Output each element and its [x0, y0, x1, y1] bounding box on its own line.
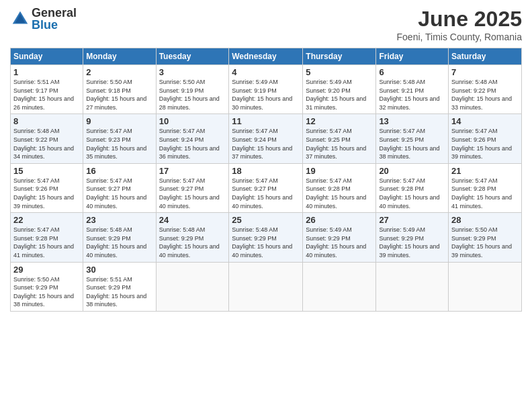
day-info: Sunrise: 5:48 AMSunset: 9:29 PMDaylight:… [232, 226, 292, 259]
day-info: Sunrise: 5:50 AMSunset: 9:29 PMDaylight:… [451, 226, 512, 259]
day-number: 8 [13, 116, 80, 126]
calendar-week-3: 15Sunrise: 5:47 AMSunset: 9:26 PMDayligh… [11, 163, 522, 212]
day-number: 2 [86, 67, 152, 77]
day-info: Sunrise: 5:47 AMSunset: 9:28 PMDaylight:… [451, 177, 512, 210]
calendar-table: Sunday Monday Tuesday Wednesday Thursday… [10, 48, 522, 312]
header-wednesday: Wednesday [229, 48, 303, 65]
title-area: June 2025 Foeni, Timis County, Romania [397, 7, 522, 42]
day-number: 26 [306, 215, 373, 225]
day-number: 6 [379, 67, 445, 77]
calendar-week-1: 1Sunrise: 5:51 AMSunset: 9:17 PMDaylight… [11, 65, 522, 114]
day-info: Sunrise: 5:47 AMSunset: 9:23 PMDaylight:… [86, 128, 146, 160]
month-title: June 2025 [397, 7, 522, 32]
day-number: 29 [13, 265, 80, 275]
day-number: 10 [159, 116, 226, 126]
header-saturday: Saturday [449, 48, 522, 65]
day-info: Sunrise: 5:47 AMSunset: 9:28 PMDaylight:… [306, 177, 366, 210]
day-info: Sunrise: 5:47 AMSunset: 9:28 PMDaylight:… [13, 226, 74, 259]
day-info: Sunrise: 5:49 AMSunset: 9:29 PMDaylight:… [379, 226, 439, 259]
day-info: Sunrise: 5:50 AMSunset: 9:18 PMDaylight:… [86, 79, 146, 111]
day-number: 19 [306, 166, 373, 176]
day-info: Sunrise: 5:47 AMSunset: 9:26 PMDaylight:… [451, 128, 512, 160]
calendar-cell: 28Sunrise: 5:50 AMSunset: 9:29 PMDayligh… [449, 213, 522, 262]
day-info: Sunrise: 5:50 AMSunset: 9:29 PMDaylight:… [13, 276, 74, 308]
header-monday: Monday [83, 48, 156, 65]
day-number: 16 [86, 166, 152, 176]
day-number: 24 [159, 215, 226, 225]
calendar-cell: 6Sunrise: 5:48 AMSunset: 9:21 PMDaylight… [376, 65, 449, 114]
header-friday: Friday [376, 48, 449, 65]
day-number: 13 [379, 116, 445, 126]
day-number: 15 [13, 166, 80, 176]
calendar-cell: 1Sunrise: 5:51 AMSunset: 9:17 PMDaylight… [11, 65, 83, 114]
calendar-cell: 30Sunrise: 5:51 AMSunset: 9:29 PMDayligh… [83, 262, 156, 311]
day-info: Sunrise: 5:47 AMSunset: 9:25 PMDaylight:… [306, 128, 366, 160]
day-info: Sunrise: 5:48 AMSunset: 9:29 PMDaylight:… [86, 226, 146, 259]
calendar-cell: 7Sunrise: 5:48 AMSunset: 9:22 PMDaylight… [449, 65, 522, 114]
day-number: 5 [306, 67, 373, 77]
header-tuesday: Tuesday [156, 48, 229, 65]
calendar-cell: 24Sunrise: 5:48 AMSunset: 9:29 PMDayligh… [156, 213, 229, 262]
day-number: 20 [379, 166, 445, 176]
day-number: 21 [451, 166, 519, 176]
day-number: 9 [86, 116, 152, 126]
day-info: Sunrise: 5:48 AMSunset: 9:21 PMDaylight:… [379, 79, 439, 111]
day-info: Sunrise: 5:49 AMSunset: 9:20 PMDaylight:… [306, 79, 366, 111]
calendar-cell: 13Sunrise: 5:47 AMSunset: 9:25 PMDayligh… [376, 114, 449, 163]
day-info: Sunrise: 5:47 AMSunset: 9:24 PMDaylight:… [159, 128, 220, 160]
day-number: 30 [86, 265, 152, 275]
calendar-cell: 12Sunrise: 5:47 AMSunset: 9:25 PMDayligh… [303, 114, 376, 163]
calendar-cell: 23Sunrise: 5:48 AMSunset: 9:29 PMDayligh… [83, 213, 156, 262]
calendar-cell: 5Sunrise: 5:49 AMSunset: 9:20 PMDaylight… [303, 65, 376, 114]
calendar-cell: 3Sunrise: 5:50 AMSunset: 9:19 PMDaylight… [156, 65, 229, 114]
day-number: 23 [86, 215, 152, 225]
day-info: Sunrise: 5:51 AMSunset: 9:29 PMDaylight:… [86, 276, 146, 308]
calendar-cell: 8Sunrise: 5:48 AMSunset: 9:22 PMDaylight… [11, 114, 83, 163]
calendar-week-4: 22Sunrise: 5:47 AMSunset: 9:28 PMDayligh… [11, 213, 522, 262]
location-text: Foeni, Timis County, Romania [397, 32, 522, 42]
day-info: Sunrise: 5:48 AMSunset: 9:22 PMDaylight:… [13, 128, 74, 160]
calendar-cell: 2Sunrise: 5:50 AMSunset: 9:18 PMDaylight… [83, 65, 156, 114]
day-info: Sunrise: 5:48 AMSunset: 9:29 PMDaylight:… [159, 226, 220, 259]
day-number: 22 [13, 215, 80, 225]
calendar-cell: 11Sunrise: 5:47 AMSunset: 9:24 PMDayligh… [229, 114, 303, 163]
day-info: Sunrise: 5:51 AMSunset: 9:17 PMDaylight:… [13, 79, 74, 111]
day-number: 17 [159, 166, 226, 176]
day-info: Sunrise: 5:50 AMSunset: 9:19 PMDaylight:… [159, 79, 220, 111]
calendar-cell: 27Sunrise: 5:49 AMSunset: 9:29 PMDayligh… [376, 213, 449, 262]
header-sunday: Sunday [11, 48, 83, 65]
calendar-cell: 17Sunrise: 5:47 AMSunset: 9:27 PMDayligh… [156, 163, 229, 212]
calendar-cell: 22Sunrise: 5:47 AMSunset: 9:28 PMDayligh… [11, 213, 83, 262]
day-number: 12 [306, 116, 373, 126]
logo: General Blue [10, 7, 77, 31]
calendar-cell [156, 262, 229, 311]
day-number: 28 [451, 215, 519, 225]
calendar-cell: 14Sunrise: 5:47 AMSunset: 9:26 PMDayligh… [449, 114, 522, 163]
calendar-cell [229, 262, 303, 311]
logo-general-text: General [32, 7, 77, 19]
day-info: Sunrise: 5:49 AMSunset: 9:29 PMDaylight:… [306, 226, 366, 259]
day-number: 14 [451, 116, 519, 126]
day-info: Sunrise: 5:49 AMSunset: 9:19 PMDaylight:… [232, 79, 292, 111]
day-info: Sunrise: 5:47 AMSunset: 9:26 PMDaylight:… [13, 177, 74, 210]
calendar-header-row: Sunday Monday Tuesday Wednesday Thursday… [11, 48, 522, 65]
calendar-cell: 19Sunrise: 5:47 AMSunset: 9:28 PMDayligh… [303, 163, 376, 212]
day-number: 4 [232, 67, 300, 77]
day-number: 27 [379, 215, 445, 225]
day-number: 3 [159, 67, 226, 77]
day-info: Sunrise: 5:47 AMSunset: 9:27 PMDaylight:… [159, 177, 220, 210]
day-number: 18 [232, 166, 300, 176]
calendar-cell: 29Sunrise: 5:50 AMSunset: 9:29 PMDayligh… [11, 262, 83, 311]
page-header: General Blue June 2025 Foeni, Timis Coun… [10, 7, 522, 42]
day-number: 7 [451, 67, 519, 77]
calendar-cell: 25Sunrise: 5:48 AMSunset: 9:29 PMDayligh… [229, 213, 303, 262]
calendar-cell: 18Sunrise: 5:47 AMSunset: 9:27 PMDayligh… [229, 163, 303, 212]
logo-icon [10, 9, 30, 29]
calendar-cell [449, 262, 522, 311]
day-info: Sunrise: 5:47 AMSunset: 9:27 PMDaylight:… [232, 177, 292, 210]
logo-blue-text: Blue [32, 19, 77, 31]
day-info: Sunrise: 5:47 AMSunset: 9:24 PMDaylight:… [232, 128, 292, 160]
calendar-cell: 26Sunrise: 5:49 AMSunset: 9:29 PMDayligh… [303, 213, 376, 262]
calendar-cell: 15Sunrise: 5:47 AMSunset: 9:26 PMDayligh… [11, 163, 83, 212]
day-info: Sunrise: 5:47 AMSunset: 9:25 PMDaylight:… [379, 128, 439, 160]
